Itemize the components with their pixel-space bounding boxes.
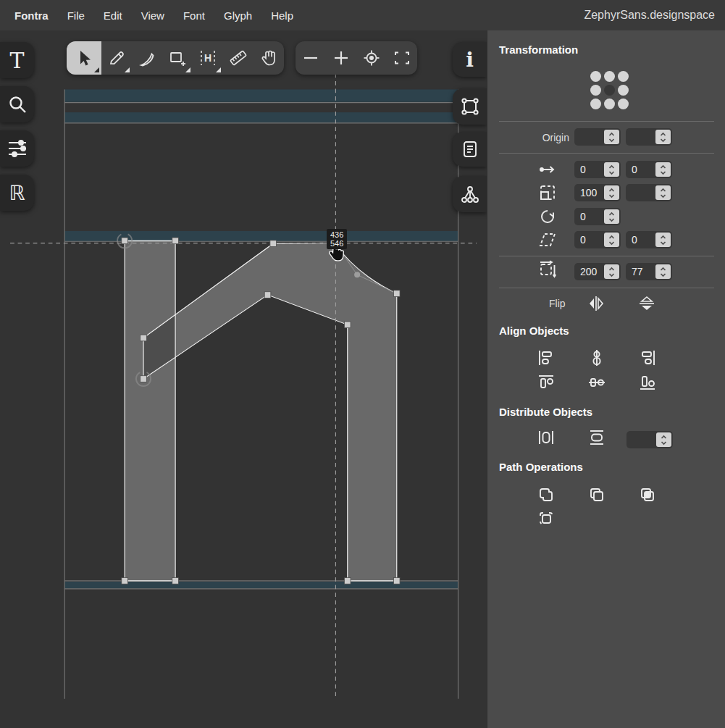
stepper-buttons[interactable] — [655, 264, 671, 279]
menu-edit[interactable]: Edit — [94, 9, 132, 22]
menu-help[interactable]: Help — [261, 9, 303, 22]
scale-x-input[interactable]: 100 — [574, 184, 621, 201]
pencil-tool-button[interactable] — [101, 41, 132, 75]
align-top-button[interactable] — [537, 373, 556, 392]
origin-selector-grid[interactable] — [590, 71, 629, 109]
tab-transformation[interactable] — [453, 88, 487, 125]
menu-glyph[interactable]: Glyph — [214, 9, 261, 22]
stepper-buttons[interactable] — [604, 130, 619, 144]
off-curve-point[interactable] — [354, 272, 360, 277]
scale-y-value[interactable] — [626, 184, 654, 201]
knife-tool-button[interactable] — [132, 41, 162, 75]
measure-tool-button[interactable] — [223, 41, 253, 75]
move-y-input[interactable]: 0 — [626, 161, 672, 178]
distribute-value[interactable] — [626, 431, 655, 448]
align-center-vertical-button[interactable] — [587, 373, 606, 392]
on-curve-point[interactable] — [393, 578, 400, 585]
origin-x-input[interactable] — [574, 128, 621, 146]
on-curve-point[interactable] — [344, 322, 351, 328]
stepper-buttons[interactable] — [604, 162, 619, 177]
hand-tool-button[interactable] — [253, 41, 284, 75]
glyph-fill-contours[interactable] — [125, 240, 397, 581]
glyph-editor-canvas[interactable]: 436 546 — [0, 30, 487, 728]
rotate-value[interactable]: 0 — [574, 208, 603, 225]
align-bottom-button[interactable] — [638, 373, 657, 392]
zoom-to-selection-button[interactable] — [356, 41, 387, 75]
tab-glyph-notes[interactable] — [453, 132, 487, 167]
path-exclude-button[interactable] — [537, 509, 556, 528]
pointer-tool-button[interactable] — [67, 41, 101, 75]
sidebar-item-glyph-search[interactable] — [0, 86, 34, 122]
on-curve-point[interactable] — [172, 578, 179, 585]
menu-file[interactable]: File — [58, 9, 94, 22]
skew-y-input[interactable]: 0 — [626, 231, 672, 248]
origin-dot[interactable] — [590, 99, 601, 109]
on-curve-point[interactable] — [270, 240, 277, 247]
origin-dot[interactable] — [590, 71, 601, 82]
zoom-out-button[interactable] — [296, 41, 326, 75]
stepper-buttons[interactable] — [655, 185, 671, 200]
path-intersect-button[interactable] — [638, 485, 657, 504]
on-curve-point[interactable] — [141, 335, 147, 341]
origin-x-value[interactable] — [574, 128, 603, 146]
power-ruler-tool-button[interactable]: H — [193, 41, 223, 75]
stepper-buttons[interactable] — [604, 233, 619, 247]
origin-dot[interactable] — [618, 85, 629, 96]
skew-y-value[interactable]: 0 — [626, 231, 654, 248]
tab-selection-info[interactable]: i — [453, 42, 487, 77]
on-curve-point[interactable] — [393, 290, 400, 297]
stepper-buttons[interactable] — [604, 264, 619, 279]
stepper-buttons[interactable] — [604, 209, 619, 224]
origin-y-input[interactable] — [626, 128, 672, 146]
menu-fontra[interactable]: Fontra — [0, 9, 58, 22]
on-curve-point[interactable] — [122, 238, 128, 244]
on-curve-point[interactable] — [141, 376, 147, 382]
sidebar-item-text-entry[interactable]: T — [0, 42, 34, 78]
distribute-value-input[interactable] — [626, 431, 673, 448]
sidebar-item-designspace-navigation[interactable] — [0, 130, 34, 167]
scale-y-input[interactable] — [626, 184, 672, 201]
width-value[interactable]: 200 — [574, 263, 603, 280]
stepper-buttons[interactable] — [655, 130, 671, 144]
width-input[interactable]: 200 — [574, 263, 621, 280]
move-x-input[interactable]: 0 — [574, 161, 621, 178]
sidebar-item-reference-font[interactable]: ℝ — [0, 175, 34, 211]
stepper-buttons[interactable] — [604, 185, 619, 200]
height-input[interactable]: 77 — [626, 263, 672, 280]
height-value[interactable]: 77 — [626, 263, 654, 280]
rotate-input[interactable]: 0 — [574, 208, 621, 225]
align-center-horizontal-button[interactable] — [587, 348, 606, 367]
on-curve-point[interactable] — [264, 292, 271, 298]
zoom-in-button[interactable] — [326, 41, 356, 75]
move-y-value[interactable]: 0 — [626, 161, 654, 178]
origin-dot[interactable] — [604, 71, 615, 82]
on-curve-point[interactable] — [344, 578, 351, 585]
stepper-buttons[interactable] — [655, 162, 671, 177]
move-x-value[interactable]: 0 — [574, 161, 603, 178]
flip-horizontal-button[interactable] — [587, 294, 605, 313]
align-left-button[interactable] — [537, 348, 556, 367]
path-subtract-button[interactable] — [587, 485, 606, 504]
on-curve-point[interactable] — [172, 238, 179, 244]
shape-tool-button[interactable] — [162, 41, 193, 75]
tab-related-glyphs[interactable] — [453, 176, 487, 212]
origin-dot[interactable] — [604, 99, 615, 109]
origin-dot[interactable] — [618, 71, 629, 82]
menu-view[interactable]: View — [132, 9, 174, 22]
path-union-button[interactable] — [537, 485, 556, 504]
origin-dot-selected[interactable] — [604, 85, 615, 96]
distribute-vertical-button[interactable] — [587, 428, 606, 447]
distribute-horizontal-button[interactable] — [537, 428, 556, 447]
menu-font[interactable]: Font — [174, 9, 214, 22]
skew-x-input[interactable]: 0 — [574, 231, 621, 248]
skew-x-value[interactable]: 0 — [574, 231, 603, 248]
stepper-buttons[interactable] — [656, 432, 671, 447]
flip-vertical-button[interactable] — [637, 294, 656, 313]
origin-dot[interactable] — [590, 85, 601, 96]
origin-y-value[interactable] — [626, 128, 654, 146]
scale-x-value[interactable]: 100 — [574, 184, 603, 201]
align-right-button[interactable] — [638, 348, 657, 367]
origin-dot[interactable] — [618, 99, 629, 109]
on-curve-point[interactable] — [122, 578, 128, 585]
zoom-fit-button[interactable] — [387, 41, 417, 75]
